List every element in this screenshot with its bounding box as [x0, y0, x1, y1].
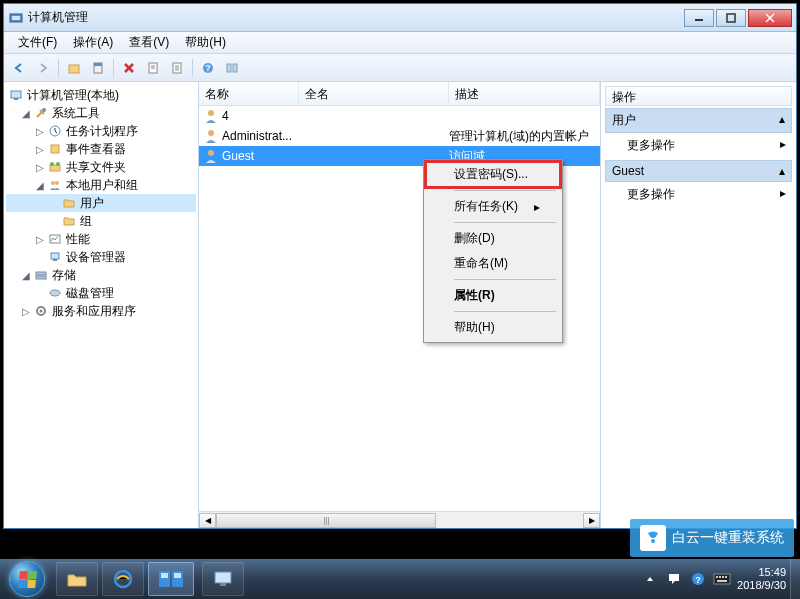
- actions-pane: 操作 用户 ▴ 更多操作 ▸ Guest ▴ 更多操作 ▸: [601, 82, 796, 528]
- svg-rect-55: [717, 580, 727, 582]
- cell-desc: 管理计算机(域)的内置帐户: [449, 128, 600, 145]
- start-button[interactable]: [0, 559, 54, 599]
- tree-task-scheduler[interactable]: ▷ 任务计划程序: [6, 122, 196, 140]
- list-row[interactable]: 4: [199, 106, 600, 126]
- svg-point-36: [40, 310, 43, 313]
- ctx-all-tasks[interactable]: 所有任务(K)▸: [426, 194, 560, 219]
- collapse-icon[interactable]: ◢: [20, 270, 31, 281]
- device-icon: [47, 249, 63, 265]
- col-desc[interactable]: 描述: [449, 82, 600, 105]
- expand-icon[interactable]: ▷: [34, 144, 45, 155]
- tree-disk-management[interactable]: 磁盘管理: [6, 284, 196, 302]
- tray-clock[interactable]: 15:49 2018/9/30: [737, 566, 786, 592]
- titlebar[interactable]: 计算机管理: [4, 4, 796, 32]
- refresh-button[interactable]: [142, 57, 164, 79]
- tree-groups[interactable]: 组: [6, 212, 196, 230]
- tray-date: 2018/9/30: [737, 579, 786, 592]
- tree-event-viewer[interactable]: ▷ 事件查看器: [6, 140, 196, 158]
- actions-section-guest[interactable]: Guest ▴: [605, 160, 792, 182]
- menu-view[interactable]: 查看(V): [121, 32, 177, 53]
- menu-file[interactable]: 文件(F): [10, 32, 65, 53]
- export-button[interactable]: [166, 57, 188, 79]
- collapse-icon[interactable]: ◢: [34, 180, 45, 191]
- tray-keyboard-icon[interactable]: [713, 570, 731, 588]
- tray-up-icon[interactable]: [641, 570, 659, 588]
- ctx-delete[interactable]: 删除(D): [426, 226, 560, 251]
- maximize-button[interactable]: [716, 9, 746, 27]
- tree-label: 系统工具: [52, 105, 100, 122]
- event-icon: [47, 141, 63, 157]
- tree-device-manager[interactable]: 设备管理器: [6, 248, 196, 266]
- expand-icon[interactable]: ▷: [34, 126, 45, 137]
- svg-rect-8: [94, 63, 102, 66]
- menu-action[interactable]: 操作(A): [65, 32, 121, 53]
- tray-help-icon[interactable]: ?: [689, 570, 707, 588]
- close-button[interactable]: [748, 9, 792, 27]
- help-button[interactable]: ?: [197, 57, 219, 79]
- back-button[interactable]: [8, 57, 30, 79]
- ctx-set-password[interactable]: 设置密码(S)...: [426, 162, 560, 187]
- actions-section-users[interactable]: 用户 ▴: [605, 108, 792, 133]
- computer-management-window: 计算机管理 文件(F) 操作(A) 查看(V) 帮助(H) ? 计算机管理(本: [3, 3, 797, 529]
- svg-rect-1: [12, 16, 20, 20]
- collapse-icon: ▴: [779, 164, 785, 178]
- ctx-label: 设置密码(S)...: [454, 166, 528, 183]
- col-name[interactable]: 名称: [199, 82, 299, 105]
- horizontal-scrollbar[interactable]: ◀ ▶: [199, 511, 600, 528]
- delete-button[interactable]: [118, 57, 140, 79]
- watermark-icon: [640, 525, 666, 551]
- task-computer-management[interactable]: [202, 562, 244, 596]
- svg-rect-29: [50, 235, 60, 243]
- expand-icon[interactable]: ▷: [20, 306, 31, 317]
- action-label: 更多操作: [627, 186, 675, 203]
- menu-help[interactable]: 帮助(H): [177, 32, 234, 53]
- minimize-button[interactable]: [684, 9, 714, 27]
- windows-orb-icon: [9, 561, 45, 597]
- forward-button[interactable]: [32, 57, 54, 79]
- expand-icon[interactable]: ▷: [34, 234, 45, 245]
- users-icon: [47, 177, 63, 193]
- ctx-label: 删除(D): [454, 230, 495, 247]
- show-hide-button[interactable]: [221, 57, 243, 79]
- window-title: 计算机管理: [28, 9, 684, 26]
- tree-label: 用户: [80, 195, 104, 212]
- separator: [454, 222, 556, 223]
- tree-root[interactable]: 计算机管理(本地): [6, 86, 196, 104]
- ctx-properties[interactable]: 属性(R): [426, 283, 560, 308]
- tree-services[interactable]: ▷ 服务和应用程序: [6, 302, 196, 320]
- properties-button[interactable]: [87, 57, 109, 79]
- task-explorer[interactable]: [56, 562, 98, 596]
- folder-icon: [61, 195, 77, 211]
- tree-storage[interactable]: ◢ 存储: [6, 266, 196, 284]
- ctx-help[interactable]: 帮助(H): [426, 315, 560, 340]
- action-more-users[interactable]: 更多操作 ▸: [605, 133, 792, 158]
- expand-icon[interactable]: ▷: [34, 162, 45, 173]
- chevron-right-icon: ▸: [534, 200, 540, 214]
- scroll-right-button[interactable]: ▶: [583, 513, 600, 528]
- tree-local-users[interactable]: ◢ 本地用户和组: [6, 176, 196, 194]
- scroll-left-button[interactable]: ◀: [199, 513, 216, 528]
- separator: [454, 190, 556, 191]
- action-label: 更多操作: [627, 137, 675, 154]
- list-row[interactable]: Administrat... 管理计算机(域)的内置帐户: [199, 126, 600, 146]
- collapse-icon[interactable]: ◢: [20, 108, 31, 119]
- up-button[interactable]: [63, 57, 85, 79]
- col-fullname[interactable]: 全名: [299, 82, 449, 105]
- action-more-guest[interactable]: 更多操作 ▸: [605, 182, 792, 207]
- svg-point-38: [208, 130, 214, 136]
- tree-system-tools[interactable]: ◢ 系统工具: [6, 104, 196, 122]
- svg-text:?: ?: [695, 575, 701, 585]
- cell-name: 4: [222, 109, 229, 123]
- scroll-thumb[interactable]: [216, 513, 436, 528]
- tree-performance[interactable]: ▷ 性能: [6, 230, 196, 248]
- show-desktop-button[interactable]: [790, 559, 800, 599]
- separator: [454, 279, 556, 280]
- tree-users[interactable]: 用户: [6, 194, 196, 212]
- tray-action-center-icon[interactable]: [665, 570, 683, 588]
- task-item-active[interactable]: [148, 562, 194, 596]
- svg-rect-23: [51, 145, 59, 153]
- folder-icon: [61, 213, 77, 229]
- tree-shared-folders[interactable]: ▷ 共享文件夹: [6, 158, 196, 176]
- ctx-rename[interactable]: 重命名(M): [426, 251, 560, 276]
- task-ie[interactable]: [102, 562, 144, 596]
